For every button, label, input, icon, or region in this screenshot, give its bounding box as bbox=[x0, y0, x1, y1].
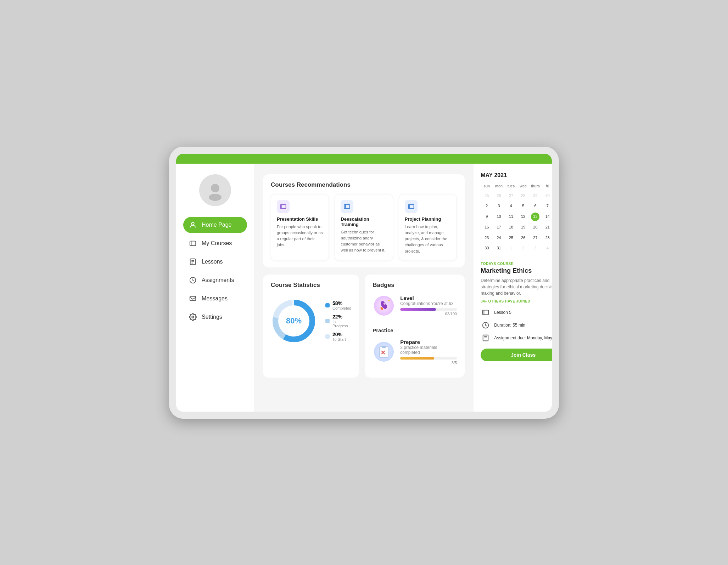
course-desc: Determine appropriate practices and stra… bbox=[481, 277, 552, 296]
badge-level: ★ Level Congratulations You're at 63 63/… bbox=[373, 294, 457, 317]
calendar-title: MAY 2021 bbox=[481, 172, 552, 179]
presentation-icon bbox=[277, 200, 290, 213]
joined-label: 34+ OTHERS HAVE JOINED bbox=[481, 299, 552, 303]
badge-practice-title: Prepare bbox=[400, 339, 457, 345]
course-meta: Lesson 5 Duration: 55 min bbox=[481, 307, 552, 343]
legend-in-progress: 22% In Progress bbox=[325, 314, 351, 328]
cal-cell[interactable]: 10 bbox=[493, 212, 505, 222]
statistics-title: Course Statistics bbox=[271, 282, 351, 289]
nav-items: Home Page My Courses bbox=[183, 217, 247, 327]
cal-cell[interactable]: 25 bbox=[481, 191, 493, 201]
badge-practice-subtitle: 3 practice materials completed bbox=[400, 345, 457, 355]
stats-legend: 58% Completed 22% In Progress bbox=[325, 300, 351, 341]
cal-cell[interactable]: 5 bbox=[517, 201, 529, 211]
cal-week-5: 30 31 1 2 3 4 5 bbox=[481, 243, 552, 253]
cal-cell[interactable]: 9 bbox=[481, 212, 493, 222]
badge-level-title: Level bbox=[400, 295, 457, 301]
cal-cell[interactable]: 27 bbox=[529, 233, 541, 243]
cal-cell[interactable]: 7 bbox=[542, 201, 552, 211]
assignment-icon bbox=[481, 333, 491, 343]
cal-cell[interactable]: 23 bbox=[481, 233, 493, 243]
rec-card-2-title: Deescalation Training bbox=[341, 216, 387, 227]
practice-progress-fill bbox=[400, 357, 434, 360]
avatar-icon bbox=[205, 180, 226, 201]
cal-cell[interactable]: 2 bbox=[517, 243, 529, 253]
meta-lesson: Lesson 5 bbox=[481, 307, 552, 317]
meta-duration: Duration: 55 min bbox=[481, 320, 552, 330]
badge-level-subtitle: Congratulations You're at 63 bbox=[400, 301, 457, 306]
cal-cell[interactable]: 1 bbox=[505, 243, 517, 253]
cal-cell[interactable]: 28 bbox=[517, 191, 529, 201]
cal-cell[interactable]: 25 bbox=[505, 233, 517, 243]
cal-cell[interactable]: 30 bbox=[542, 191, 552, 201]
cal-cell[interactable]: 27 bbox=[505, 191, 517, 201]
cal-cell[interactable]: 3 bbox=[529, 243, 541, 253]
sidebar-item-assignments[interactable]: Assignments bbox=[183, 272, 247, 288]
cal-cell[interactable]: 24 bbox=[493, 233, 505, 243]
sidebar: Home Page My Courses bbox=[176, 164, 254, 412]
cal-cell[interactable]: 14 bbox=[542, 212, 552, 222]
donut-label: 80% bbox=[286, 316, 302, 326]
sidebar-item-home-label: Home Page bbox=[202, 222, 232, 228]
cal-cell[interactable]: 2 bbox=[481, 201, 493, 211]
in-progress-dot bbox=[325, 319, 330, 323]
rec-card-2-desc: Get techniques for neutralizing angry cu… bbox=[341, 229, 387, 254]
avatar bbox=[199, 174, 231, 206]
cal-cell-today[interactable]: 13 bbox=[531, 213, 539, 221]
cal-cell[interactable]: 6 bbox=[529, 201, 541, 211]
sidebar-item-courses[interactable]: My Courses bbox=[183, 235, 247, 252]
sidebar-item-messages[interactable]: Messages bbox=[183, 290, 247, 307]
top-bar bbox=[176, 154, 552, 164]
level-progress-bar bbox=[400, 308, 457, 311]
donut-chart: 80% bbox=[271, 298, 317, 344]
svg-rect-3 bbox=[190, 241, 196, 245]
cal-cell[interactable]: 16 bbox=[481, 222, 493, 232]
svg-point-25 bbox=[383, 303, 386, 305]
badge-practice: Prepare 3 practice materials completed 3… bbox=[373, 339, 457, 365]
svg-rect-29 bbox=[382, 346, 386, 348]
person-icon bbox=[189, 221, 197, 229]
day-wed: wed bbox=[517, 183, 529, 189]
in-progress-label: In Progress bbox=[332, 320, 351, 328]
cal-cell[interactable]: 17 bbox=[493, 222, 505, 232]
cal-cell[interactable]: 12 bbox=[517, 212, 529, 222]
to-start-dot bbox=[325, 334, 330, 339]
completed-value: 58% bbox=[332, 300, 351, 306]
assignment-due-label: Assignment due: Monday, May 17th bbox=[494, 335, 552, 340]
recommendations-grid: Presentation Skills For people who speak… bbox=[271, 194, 457, 260]
calendar-header: sun mon tues wed thurs fri sat bbox=[481, 183, 552, 189]
in-progress-value: 22% bbox=[332, 314, 351, 320]
day-thurs: thurs bbox=[529, 183, 541, 189]
device-frame: Home Page My Courses bbox=[169, 147, 559, 419]
cal-cell[interactable]: 3 bbox=[493, 201, 505, 211]
completed-dot bbox=[325, 303, 330, 307]
to-start-label: To Start bbox=[332, 337, 346, 341]
sidebar-item-lessons[interactable]: Lessons bbox=[183, 254, 247, 270]
sidebar-item-home[interactable]: Home Page bbox=[183, 217, 247, 233]
cal-cell[interactable]: 29 bbox=[529, 191, 541, 201]
cal-cell[interactable]: 30 bbox=[481, 243, 493, 253]
main-content: Courses Recommendations Presentation Ski… bbox=[254, 164, 474, 412]
cal-cell[interactable]: 28 bbox=[542, 233, 552, 243]
cal-cell[interactable]: 4 bbox=[542, 243, 552, 253]
practice-icon bbox=[373, 340, 395, 363]
cal-cell[interactable]: 26 bbox=[493, 191, 505, 201]
svg-rect-16 bbox=[408, 204, 414, 209]
sidebar-item-settings[interactable]: Settings bbox=[183, 309, 247, 325]
cal-cell[interactable]: 31 bbox=[493, 243, 505, 253]
meta-assignment: Assignment due: Monday, May 17th bbox=[481, 333, 552, 343]
cal-cell[interactable]: 11 bbox=[505, 212, 517, 222]
cal-cell[interactable]: 18 bbox=[505, 222, 517, 232]
cal-cell[interactable]: 20 bbox=[529, 222, 541, 232]
join-class-button[interactable]: Join Class bbox=[481, 349, 552, 361]
cal-cell[interactable]: 4 bbox=[505, 201, 517, 211]
sidebar-item-courses-label: My Courses bbox=[202, 240, 232, 247]
cal-cell[interactable]: 19 bbox=[517, 222, 529, 232]
badges-card: Badges bbox=[365, 275, 465, 378]
settings-icon bbox=[189, 313, 197, 321]
messages-icon bbox=[189, 295, 197, 303]
cal-week-0: 25 26 27 28 29 30 1 bbox=[481, 191, 552, 201]
cal-cell[interactable]: 21 bbox=[542, 222, 552, 232]
cal-cell[interactable]: 26 bbox=[517, 233, 529, 243]
day-sun: sun bbox=[481, 183, 493, 189]
